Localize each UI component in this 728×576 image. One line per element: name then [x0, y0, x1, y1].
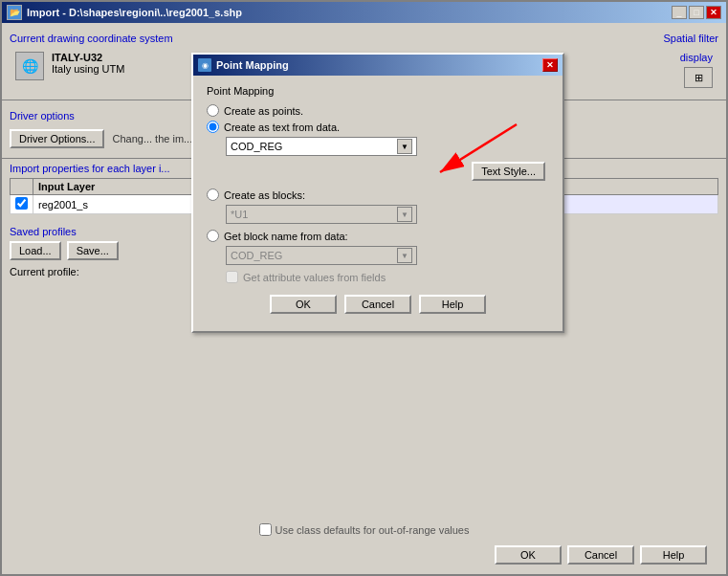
dialog-buttons: OK Cancel Help — [207, 295, 549, 321]
title-bar-left: 📂 Import - D:\shapes\regioni\..\reg2001_… — [7, 5, 242, 20]
maximize-button[interactable]: □ — [689, 6, 704, 19]
minimize-button[interactable]: _ — [672, 6, 687, 19]
use-class-defaults-checkbox[interactable] — [259, 523, 272, 536]
app-icon: 📂 — [7, 5, 22, 20]
dialog-close-button[interactable]: ✕ — [542, 58, 558, 72]
coord-info: ITALY-U32 Italy using UTM — [52, 52, 124, 75]
use-class-defaults-label: Use class defaults for out-of-range valu… — [276, 524, 470, 536]
blocks-dropdown-value: *U1 — [231, 209, 248, 220]
block-name-dropdown-arrow: ▼ — [397, 248, 412, 263]
top-row: Current drawing coordinate system Spatia… — [2, 23, 726, 48]
get-block-name-row: Get block name from data: — [207, 230, 549, 242]
get-attribute-checkbox[interactable] — [226, 271, 238, 283]
coord-icon: 🌐 — [15, 52, 44, 80]
load-button[interactable]: Load... — [10, 241, 61, 260]
get-block-name-radio[interactable] — [207, 230, 219, 242]
dialog-section-label: Point Mapping — [207, 85, 549, 97]
col-check — [11, 179, 33, 195]
driver-options-button[interactable]: Driver Options... — [10, 129, 104, 148]
saved-profiles-label: Saved profiles — [10, 226, 77, 237]
main-help-button[interactable]: Help — [640, 545, 707, 565]
blocks-dropdown-row: *U1 ▼ — [226, 205, 549, 224]
close-button[interactable]: ✕ — [706, 6, 721, 19]
coord-desc: Italy using UTM — [52, 63, 124, 75]
block-name-dropdown-value: COD_REG — [231, 250, 282, 261]
driver-options-label: Driver options — [10, 110, 75, 122]
bottom-buttons: OK Cancel Help — [495, 545, 707, 565]
main-title-bar: 📂 Import - D:\shapes\regioni\..\reg2001_… — [2, 2, 726, 23]
text-style-button[interactable]: Text Style... — [472, 162, 545, 181]
block-name-dropdown-row: COD_REG ▼ — [226, 246, 549, 265]
driver-change-text: Chang... the im... — [112, 133, 192, 144]
point-mapping-dialog: ◉ Point Mapping ✕ Point Mapping Create a… — [191, 53, 564, 333]
dialog-help-button[interactable]: Help — [419, 295, 486, 314]
get-attribute-label: Get attribute values from fields — [243, 272, 386, 283]
create-points-radio[interactable] — [207, 104, 219, 117]
create-text-row: Create as text from data. — [207, 121, 549, 133]
dialog-title: Point Mapping — [216, 59, 289, 71]
create-blocks-row: Create as blocks: — [207, 188, 549, 201]
create-text-label: Create as text from data. — [224, 122, 340, 133]
blocks-dropdown-arrow: ▼ — [397, 207, 412, 222]
save-button[interactable]: Save... — [67, 241, 119, 260]
blocks-dropdown: *U1 ▼ — [226, 205, 417, 224]
text-dropdown[interactable]: COD_REG ▼ — [226, 137, 417, 156]
coord-name: ITALY-U32 — [52, 52, 124, 63]
window-icon-button[interactable]: ⊞ — [684, 67, 713, 88]
main-cancel-button[interactable]: Cancel — [567, 545, 634, 565]
main-ok-button[interactable]: OK — [495, 545, 562, 565]
text-style-row: Text Style... — [207, 162, 549, 181]
get-attribute-row: Get attribute values from fields — [226, 271, 549, 283]
row-checkbox-cell — [11, 195, 33, 214]
title-bar-buttons: _ □ ✕ — [672, 6, 721, 19]
main-window-title: Import - D:\shapes\regioni\..\reg2001_s.… — [27, 7, 242, 18]
dialog-body: Point Mapping Create as points. Create a… — [193, 76, 563, 331]
dialog-ok-button[interactable]: OK — [270, 295, 337, 314]
dialog-icon: ◉ — [198, 58, 211, 72]
dialog-title-bar: ◉ Point Mapping ✕ — [193, 55, 563, 76]
window-icon: ⊞ — [695, 72, 703, 84]
current-profile-label: Current profile: — [10, 266, 79, 277]
text-dropdown-arrow: ▼ — [397, 139, 412, 154]
get-block-name-label: Get block name from data: — [224, 231, 348, 242]
block-name-dropdown: COD_REG ▼ — [226, 246, 417, 265]
row-checkbox[interactable] — [15, 197, 28, 210]
text-dropdown-value: COD_REG — [231, 141, 282, 152]
create-blocks-label: Create as blocks: — [224, 189, 305, 201]
create-blocks-radio[interactable] — [207, 188, 219, 201]
dialog-title-left: ◉ Point Mapping — [198, 58, 289, 72]
create-points-row: Create as points. — [207, 104, 549, 117]
spatial-filter-label: Spatial filter — [664, 33, 718, 44]
import-props-label: Import properties for each layer i... — [10, 163, 170, 174]
create-points-label: Create as points. — [224, 105, 303, 117]
use-class-defaults-row: Use class defaults for out-of-range valu… — [259, 523, 470, 536]
coord-system-label: Current drawing coordinate system — [10, 33, 173, 44]
text-dropdown-row: COD_REG ▼ — [226, 137, 549, 156]
create-text-radio[interactable] — [207, 121, 219, 133]
dialog-cancel-button[interactable]: Cancel — [344, 295, 411, 314]
display-label: display — [680, 52, 713, 63]
